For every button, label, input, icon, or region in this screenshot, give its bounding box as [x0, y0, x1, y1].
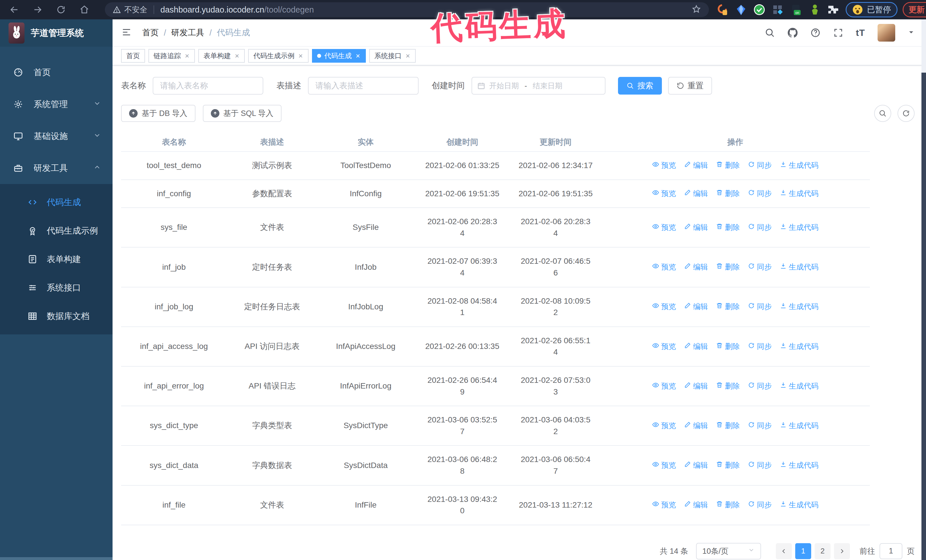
tab-item[interactable]: 链路追踪× — [148, 49, 195, 63]
action-edit-link[interactable]: 编辑 — [684, 222, 708, 233]
action-download-link[interactable]: 生成代码 — [780, 460, 819, 471]
next-page-button[interactable] — [834, 543, 850, 559]
action-sync-link[interactable]: 同步 — [748, 262, 772, 273]
action-delete-link[interactable]: 删除 — [716, 460, 740, 471]
action-edit-link[interactable]: 编辑 — [684, 301, 708, 312]
action-edit-link[interactable]: 编辑 — [684, 262, 708, 273]
prev-page-button[interactable] — [776, 543, 792, 559]
action-delete-link[interactable]: 删除 — [716, 341, 740, 352]
action-sync-link[interactable]: 同步 — [748, 500, 772, 510]
browser-back-icon[interactable] — [8, 3, 21, 17]
date-range-picker[interactable]: 开始日期 - 结束日期 — [472, 77, 605, 95]
action-download-link[interactable]: 生成代码 — [780, 381, 819, 392]
toggle-search-button[interactable] — [874, 105, 891, 122]
action-edit-link[interactable]: 编辑 — [684, 341, 708, 352]
action-sync-link[interactable]: 同步 — [748, 381, 772, 392]
page-button[interactable]: 2 — [815, 543, 831, 559]
action-edit-link[interactable]: 编辑 — [684, 160, 708, 171]
ext-green-figure-icon[interactable] — [808, 4, 820, 16]
search-icon[interactable] — [765, 28, 775, 38]
sidebar-subitem[interactable]: 代码生成 — [0, 188, 112, 216]
action-download-link[interactable]: 生成代码 — [780, 262, 819, 273]
table-desc-input[interactable] — [308, 77, 419, 95]
ext-on-badge-icon[interactable]: on — [790, 4, 802, 16]
action-sync-link[interactable]: 同步 — [748, 301, 772, 312]
action-edit-link[interactable]: 编辑 — [684, 460, 708, 471]
action-download-link[interactable]: 生成代码 — [780, 500, 819, 510]
table-name-input[interactable] — [153, 77, 263, 95]
import-sql-button[interactable]: 基于 SQL 导入 — [203, 105, 281, 122]
page-button[interactable]: 1 — [795, 543, 811, 559]
browser-reload-icon[interactable] — [54, 3, 68, 17]
close-icon[interactable]: × — [355, 52, 361, 60]
close-icon[interactable]: × — [185, 52, 190, 60]
close-icon[interactable]: × — [298, 52, 303, 60]
avatar-caret-down-icon[interactable] — [908, 29, 915, 37]
scrollbar-thumb[interactable] — [921, 72, 926, 560]
ext-check-icon[interactable] — [754, 4, 765, 16]
not-secure-warning[interactable]: 不安全 — [113, 5, 147, 15]
action-delete-link[interactable]: 删除 — [716, 222, 740, 233]
sidebar-subitem[interactable]: 数据库文档 — [0, 302, 112, 331]
page-size-select[interactable]: 10条/页 — [696, 543, 761, 559]
action-sync-link[interactable]: 同步 — [748, 188, 772, 199]
breadcrumb-dev-tools[interactable]: 研发工具 — [171, 27, 204, 38]
action-download-link[interactable]: 生成代码 — [780, 341, 819, 352]
tab-item[interactable]: 系统接口× — [369, 49, 416, 63]
sidebar-subitem[interactable]: 代码生成示例 — [0, 216, 112, 245]
action-eye-link[interactable]: 预览 — [652, 301, 676, 312]
action-edit-link[interactable]: 编辑 — [684, 500, 708, 510]
sidebar-item[interactable]: 基础设施 — [0, 120, 112, 152]
action-delete-link[interactable]: 删除 — [716, 262, 740, 273]
action-download-link[interactable]: 生成代码 — [780, 222, 819, 233]
action-delete-link[interactable]: 删除 — [716, 420, 740, 431]
window-scrollbar[interactable] — [921, 20, 926, 560]
search-button[interactable]: 搜索 — [618, 77, 662, 95]
sidebar-item[interactable]: 研发工具 — [0, 152, 112, 184]
ext-orange-icon[interactable] — [717, 4, 729, 16]
action-eye-link[interactable]: 预览 — [652, 460, 676, 471]
action-eye-link[interactable]: 预览 — [652, 160, 676, 171]
tab-item[interactable]: 代码生成示例× — [248, 49, 308, 63]
action-edit-link[interactable]: 编辑 — [684, 420, 708, 431]
sidebar-subitem[interactable]: 表单构建 — [0, 245, 112, 273]
action-sync-link[interactable]: 同步 — [748, 420, 772, 431]
sidebar-item[interactable]: 首页 — [0, 56, 112, 88]
action-download-link[interactable]: 生成代码 — [780, 160, 819, 171]
sidebar-item[interactable]: 系统管理 — [0, 88, 112, 120]
action-download-link[interactable]: 生成代码 — [780, 420, 819, 431]
bookmark-star-icon[interactable] — [692, 5, 701, 15]
close-icon[interactable]: × — [405, 52, 410, 60]
action-edit-link[interactable]: 编辑 — [684, 188, 708, 199]
import-db-button[interactable]: 基于 DB 导入 — [121, 105, 195, 122]
action-sync-link[interactable]: 同步 — [748, 460, 772, 471]
ext-gem-icon[interactable] — [735, 4, 747, 16]
github-icon[interactable] — [788, 28, 798, 38]
action-delete-link[interactable]: 删除 — [716, 188, 740, 199]
address-bar[interactable]: 不安全 dashboard.yudao.iocoder.cn /tool/cod… — [105, 2, 709, 17]
action-delete-link[interactable]: 删除 — [716, 381, 740, 392]
update-button[interactable]: 更新 ⋮ — [903, 2, 926, 17]
fullscreen-icon[interactable] — [833, 28, 843, 38]
action-sync-link[interactable]: 同步 — [748, 341, 772, 352]
help-icon[interactable] — [810, 28, 820, 38]
browser-home-icon[interactable] — [77, 3, 91, 17]
goto-page-input[interactable] — [879, 543, 902, 559]
action-eye-link[interactable]: 预览 — [652, 222, 676, 233]
tab-item[interactable]: 表单构建× — [198, 49, 245, 63]
close-icon[interactable]: × — [234, 52, 240, 60]
user-avatar[interactable] — [878, 24, 895, 42]
font-size-icon[interactable]: tT — [856, 28, 865, 38]
action-edit-link[interactable]: 编辑 — [684, 381, 708, 392]
refresh-table-button[interactable] — [897, 105, 915, 122]
action-delete-link[interactable]: 删除 — [716, 500, 740, 510]
action-delete-link[interactable]: 删除 — [716, 301, 740, 312]
action-sync-link[interactable]: 同步 — [748, 222, 772, 233]
tab-item[interactable]: 首页 — [121, 49, 145, 63]
logo-row[interactable]: 芋道管理系统 — [0, 20, 112, 47]
ext-grid-icon[interactable] — [772, 4, 784, 16]
action-eye-link[interactable]: 预览 — [652, 188, 676, 199]
action-download-link[interactable]: 生成代码 — [780, 188, 819, 199]
extensions-puzzle-icon[interactable] — [826, 4, 838, 16]
browser-forward-icon[interactable] — [31, 3, 44, 17]
